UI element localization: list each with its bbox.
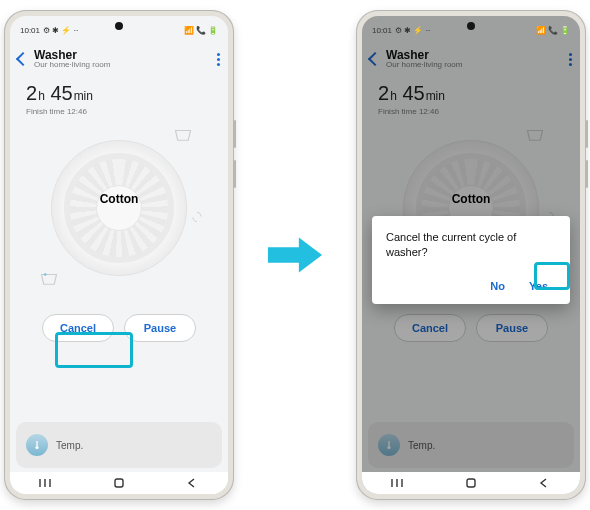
app-header: Washer Our home·living room [362,40,580,78]
app-header: Washer Our home·living room [10,40,228,78]
screen: 10:01 ⚙ ✱ ⚡ ·· 📶 📞 🔋 Washer Our home·liv… [10,16,228,494]
android-nav-bar [362,472,580,494]
svg-point-1 [35,446,38,449]
status-right-icons: 📶 📞 🔋 [184,26,218,35]
transition-arrow-icon [266,231,324,279]
header-title: Washer [386,49,462,62]
temp-sheet[interactable]: Temp. [16,422,222,468]
program-label: Cotton [100,192,139,206]
rinse-icon [40,272,58,286]
header-subtitle: Our home·living room [34,61,110,69]
dialog-yes-button[interactable]: Yes [521,274,556,298]
nav-back-icon[interactable] [184,478,200,488]
phone-left: 10:01 ⚙ ✱ ⚡ ·· 📶 📞 🔋 Washer Our home·liv… [4,10,234,500]
status-clock: 10:01 [372,26,392,35]
screen: 10:01 ⚙ ✱ ⚡ ·· 📶 📞 🔋 Washer Our home·liv… [362,16,580,494]
front-camera [115,22,123,30]
dialog-message: Cancel the current cycle of washer? [386,230,556,260]
remaining-time: 2h 45min [378,82,564,105]
more-menu-icon[interactable] [217,53,220,66]
more-menu-icon[interactable] [569,53,572,66]
remaining-time: 2h 45min [26,82,212,105]
nav-home-icon[interactable] [111,478,127,488]
status-left-icons: ⚙ ✱ ⚡ ·· [395,26,430,35]
temp-sheet[interactable]: Temp. [368,422,574,468]
phone-right: 10:01 ⚙ ✱ ⚡ ·· 📶 📞 🔋 Washer Our home·liv… [356,10,586,500]
header-subtitle: Our home·living room [386,61,462,69]
android-nav-bar [10,472,228,494]
svg-rect-5 [467,479,475,487]
nav-back-icon[interactable] [536,478,552,488]
back-icon[interactable] [16,52,30,66]
dialog-no-button[interactable]: No [482,274,513,298]
temp-icon [26,434,48,456]
washer-drum[interactable] [51,140,187,276]
finish-time: Finish time 12:46 [26,107,212,116]
status-right-icons: 📶 📞 🔋 [536,26,570,35]
back-icon[interactable] [368,52,382,66]
nav-recents-icon[interactable] [38,478,54,488]
temp-icon [378,434,400,456]
front-camera [467,22,475,30]
pause-button[interactable]: Pause [124,314,196,342]
nav-recents-icon[interactable] [390,478,406,488]
svg-point-4 [387,446,390,449]
button-row: Cancel Pause [10,314,228,342]
confirm-dialog: Cancel the current cycle of washer? No Y… [372,216,570,304]
temp-label: Temp. [56,440,83,451]
pause-button[interactable]: Pause [476,314,548,342]
svg-rect-2 [115,479,123,487]
cancel-button[interactable]: Cancel [42,314,114,342]
nav-home-icon[interactable] [463,478,479,488]
button-row: Cancel Pause [362,314,580,342]
wash-icon [526,128,544,142]
time-block: 2h 45min Finish time 12:46 [362,78,580,122]
finish-time: Finish time 12:46 [378,107,564,116]
time-block: 2h 45min Finish time 12:46 [10,78,228,122]
spin-icon [188,210,206,224]
status-clock: 10:01 [20,26,40,35]
temp-label: Temp. [408,440,435,451]
status-left-icons: ⚙ ✱ ⚡ ·· [43,26,78,35]
wash-icon [174,128,192,142]
cancel-button[interactable]: Cancel [394,314,466,342]
drum-area: Cotton [10,122,228,312]
program-label: Cotton [452,192,491,206]
svg-point-0 [44,273,46,275]
